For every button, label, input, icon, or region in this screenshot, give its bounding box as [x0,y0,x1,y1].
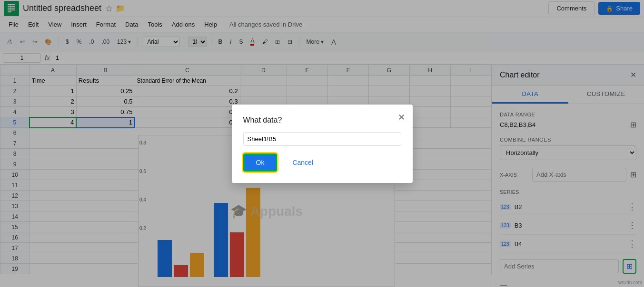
dialog-cancel-button[interactable]: Cancel [281,153,325,172]
dialog-buttons: Ok Cancel [243,153,401,172]
dialog-title: What data? [243,116,401,124]
dialog-ok-button[interactable]: Ok [243,153,277,172]
dialog: ✕ What data? Ok Cancel [232,105,413,183]
dialog-close-button[interactable]: ✕ [398,112,405,123]
dialog-input[interactable] [243,132,401,146]
dialog-overlay: ✕ What data? Ok Cancel [0,0,644,287]
